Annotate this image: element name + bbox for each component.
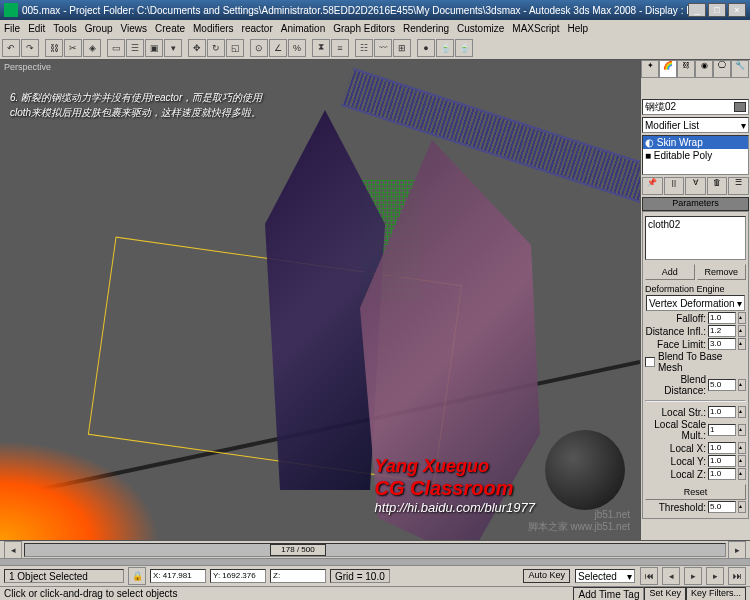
goto-end-button[interactable]: ⏭ bbox=[728, 567, 746, 585]
autokey-button[interactable]: Auto Key bbox=[523, 569, 570, 583]
local-x-spinner[interactable]: 1.0 bbox=[708, 442, 736, 454]
deformation-engine-dropdown[interactable]: Vertex Deformation▾ bbox=[646, 295, 745, 311]
menu-help[interactable]: Help bbox=[568, 23, 589, 34]
tab-motion[interactable]: ◉ bbox=[695, 60, 713, 78]
menu-animation[interactable]: Animation bbox=[281, 23, 325, 34]
local-scale-spinner[interactable]: 1 bbox=[708, 424, 736, 436]
spinner-up-icon[interactable]: ▴ bbox=[738, 312, 746, 324]
render-button[interactable]: 🍵 bbox=[455, 39, 473, 57]
redo-button[interactable]: ↷ bbox=[21, 39, 39, 57]
menu-group[interactable]: Group bbox=[85, 23, 113, 34]
menu-create[interactable]: Create bbox=[155, 23, 185, 34]
menu-customize[interactable]: Customize bbox=[457, 23, 504, 34]
add-button[interactable]: Add bbox=[645, 264, 695, 280]
local-y-label: Local Y: bbox=[645, 456, 706, 467]
filter-button[interactable]: ▾ bbox=[164, 39, 182, 57]
track-bar[interactable] bbox=[0, 559, 750, 566]
prompt-line: Click or click-and-drag to select object… bbox=[4, 588, 573, 599]
blend-checkbox[interactable] bbox=[645, 357, 655, 367]
select-button[interactable]: ▭ bbox=[107, 39, 125, 57]
threshold-spinner[interactable]: 5.0 bbox=[708, 501, 736, 513]
face-limit-spinner[interactable]: 3.0 bbox=[708, 338, 736, 350]
play-button[interactable]: ▸ bbox=[684, 567, 702, 585]
render-setup-button[interactable]: 🍵 bbox=[436, 39, 454, 57]
align-button[interactable]: ≡ bbox=[331, 39, 349, 57]
link-button[interactable]: ⛓ bbox=[45, 39, 63, 57]
undo-button[interactable]: ↶ bbox=[2, 39, 20, 57]
snap-button[interactable]: ⊙ bbox=[250, 39, 268, 57]
lock-selection-icon[interactable]: 🔒 bbox=[128, 567, 146, 585]
distance-infl-spinner[interactable]: 1.2 bbox=[708, 325, 736, 337]
color-swatch[interactable] bbox=[734, 102, 746, 112]
tab-display[interactable]: 🖵 bbox=[713, 60, 731, 78]
schematic-button[interactable]: ⊞ bbox=[393, 39, 411, 57]
scale-button[interactable]: ◱ bbox=[226, 39, 244, 57]
tab-utilities[interactable]: 🔧 bbox=[731, 60, 749, 78]
select-name-button[interactable]: ☰ bbox=[126, 39, 144, 57]
falloff-spinner[interactable]: 1.0 bbox=[708, 312, 736, 324]
object-name-field[interactable]: 钢缆02 bbox=[642, 99, 749, 115]
remove-mod-button[interactable]: 🗑 bbox=[707, 177, 728, 195]
local-str-spinner[interactable]: 1.0 bbox=[708, 406, 736, 418]
time-prev-button[interactable]: ◂ bbox=[4, 541, 22, 559]
menu-file[interactable]: File bbox=[4, 23, 20, 34]
material-button[interactable]: ● bbox=[417, 39, 435, 57]
mirror-button[interactable]: ⧗ bbox=[312, 39, 330, 57]
rotate-button[interactable]: ↻ bbox=[207, 39, 225, 57]
goto-start-button[interactable]: ⏮ bbox=[640, 567, 658, 585]
tab-create[interactable]: ✦ bbox=[641, 60, 659, 78]
distance-infl-label: Distance Infl.: bbox=[645, 326, 706, 337]
menu-reactor[interactable]: reactor bbox=[242, 23, 273, 34]
window-title: 005.max - Project Folder: C:\Documents a… bbox=[22, 5, 688, 16]
coord-x[interactable]: X: 417.981 bbox=[150, 569, 206, 583]
configure-button[interactable]: ☰ bbox=[728, 177, 749, 195]
time-slider[interactable]: 178 / 500 bbox=[24, 543, 726, 557]
percent-snap-button[interactable]: % bbox=[288, 39, 306, 57]
menu-edit[interactable]: Edit bbox=[28, 23, 45, 34]
select-region-button[interactable]: ▣ bbox=[145, 39, 163, 57]
next-frame-button[interactable]: ▸ bbox=[706, 567, 724, 585]
curve-editor-button[interactable]: 〰 bbox=[374, 39, 392, 57]
coord-z[interactable]: Z: bbox=[270, 569, 326, 583]
minimize-button[interactable]: _ bbox=[688, 3, 706, 17]
menu-grapheditors[interactable]: Graph Editors bbox=[333, 23, 395, 34]
layer-button[interactable]: ☷ bbox=[355, 39, 373, 57]
local-z-spinner[interactable]: 1.0 bbox=[708, 468, 736, 480]
make-unique-button[interactable]: ∀ bbox=[685, 177, 706, 195]
pin-stack-button[interactable]: 📌 bbox=[642, 177, 663, 195]
face-limit-label: Face Limit: bbox=[645, 339, 706, 350]
viewport-perspective[interactable]: Perspective 6. 断裂的钢缆动力学并没有使用reactor，而是取巧… bbox=[0, 60, 640, 540]
reset-button[interactable]: Reset bbox=[645, 484, 746, 500]
modifier-list-dropdown[interactable]: Modifier List▾ bbox=[642, 117, 749, 133]
move-button[interactable]: ✥ bbox=[188, 39, 206, 57]
bind-button[interactable]: ◈ bbox=[83, 39, 101, 57]
keyfilters-button[interactable]: Key Filters... bbox=[686, 587, 746, 601]
setkey-button[interactable]: Set Key bbox=[644, 587, 686, 601]
show-result-button[interactable]: || bbox=[664, 177, 685, 195]
wrap-objects-list[interactable]: cloth02 bbox=[645, 216, 746, 260]
close-button[interactable]: × bbox=[728, 3, 746, 17]
key-mode-dropdown[interactable]: Selected▾ bbox=[575, 569, 635, 583]
modifier-stack[interactable]: ◐ Skin Wrap ■ Editable Poly bbox=[642, 135, 749, 175]
menu-maxscript[interactable]: MAXScript bbox=[512, 23, 559, 34]
angle-snap-button[interactable]: ∠ bbox=[269, 39, 287, 57]
unlink-button[interactable]: ✂ bbox=[64, 39, 82, 57]
time-next-button[interactable]: ▸ bbox=[728, 541, 746, 559]
blend-distance-spinner[interactable]: 5.0 bbox=[708, 379, 736, 391]
prev-frame-button[interactable]: ◂ bbox=[662, 567, 680, 585]
tab-hierarchy[interactable]: ⛓ bbox=[677, 60, 695, 78]
menu-views[interactable]: Views bbox=[121, 23, 148, 34]
rollout-parameters-header[interactable]: Parameters bbox=[642, 197, 749, 211]
time-handle[interactable]: 178 / 500 bbox=[270, 544, 326, 556]
remove-button[interactable]: Remove bbox=[697, 264, 747, 280]
local-y-spinner[interactable]: 1.0 bbox=[708, 455, 736, 467]
maximize-button[interactable]: □ bbox=[708, 3, 726, 17]
main-toolbar: ↶ ↷ ⛓ ✂ ◈ ▭ ☰ ▣ ▾ ✥ ↻ ◱ ⊙ ∠ % ⧗ ≡ ☷ 〰 ⊞ … bbox=[0, 36, 750, 60]
menu-tools[interactable]: Tools bbox=[53, 23, 76, 34]
tab-modify[interactable]: 🌈 bbox=[659, 60, 677, 78]
coord-y[interactable]: Y: 1692.376 bbox=[210, 569, 266, 583]
add-time-tag[interactable]: Add Time Tag bbox=[573, 587, 644, 601]
menu-rendering[interactable]: Rendering bbox=[403, 23, 449, 34]
local-scale-label: Local Scale Mult.: bbox=[645, 419, 706, 441]
menu-modifiers[interactable]: Modifiers bbox=[193, 23, 234, 34]
